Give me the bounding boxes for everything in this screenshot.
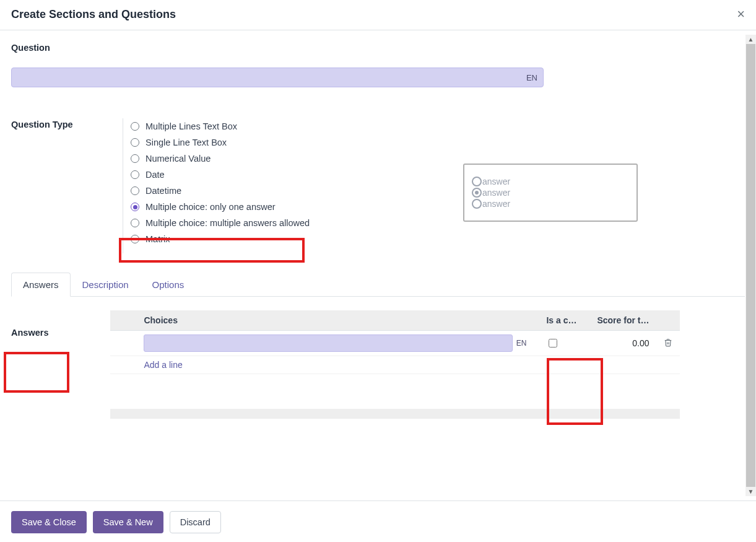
- correct-cell: [539, 331, 588, 356]
- scroll-up-icon[interactable]: ▲: [748, 35, 754, 44]
- question-type-label: Question Type: [11, 118, 79, 129]
- question-label: Question: [11, 43, 745, 53]
- preview-option: answer: [472, 177, 629, 186]
- radio-matrix[interactable]: Matrix: [131, 231, 310, 247]
- correct-header[interactable]: Is a cor…: [539, 310, 588, 331]
- table-row: EN 0.00: [110, 331, 680, 356]
- radio-label: Single Line Text Box: [146, 138, 227, 147]
- radio-multiple-choice-one[interactable]: Multiple choice: only one answer: [131, 199, 310, 215]
- question-type-options: Multiple Lines Text Box Single Line Text…: [123, 118, 310, 253]
- question-type-preview: answer answer answer: [463, 164, 638, 222]
- radio-label: Datetime: [146, 186, 181, 196]
- radio-label: Multiple choice: multiple answers allowe…: [146, 218, 310, 228]
- score-value: 0.00: [596, 338, 649, 348]
- add-line-label: Add a line: [136, 356, 680, 374]
- question-input-wrap: EN: [11, 68, 544, 87]
- radio-date[interactable]: Date: [131, 167, 310, 183]
- choices-header[interactable]: Choices: [136, 310, 539, 331]
- preview-text: answer: [482, 188, 510, 198]
- modal-header: Create Sections and Questions ×: [0, 0, 756, 30]
- radio-label: Numerical Value: [146, 154, 211, 164]
- tab-answers[interactable]: Answers: [11, 273, 71, 297]
- drag-col-header: [110, 310, 136, 331]
- radio-icon: [472, 177, 482, 186]
- score-cell[interactable]: 0.00: [588, 331, 656, 356]
- radio-icon: [131, 138, 139, 147]
- delete-cell: [656, 331, 680, 356]
- radio-multiple-choice-many[interactable]: Multiple choice: multiple answers allowe…: [131, 215, 310, 231]
- question-input[interactable]: [11, 68, 544, 87]
- scrollbar[interactable]: ▲ ▼: [745, 35, 756, 496]
- save-new-button[interactable]: Save & New: [93, 511, 163, 533]
- answers-table-wrap: Choices Is a cor… Score for t…: [110, 310, 745, 419]
- tab-description[interactable]: Description: [71, 273, 141, 297]
- modal-title: Create Sections and Questions: [11, 8, 176, 21]
- scroll-thumb[interactable]: [746, 44, 755, 487]
- discard-button[interactable]: Discard: [170, 511, 221, 533]
- answers-label: Answers: [11, 310, 48, 419]
- modal-dialog: Create Sections and Questions × Question…: [0, 0, 756, 542]
- preview-option: answer: [472, 188, 629, 198]
- tabs: Answers Description Options: [11, 272, 745, 297]
- radio-icon: [472, 188, 482, 198]
- tab-options[interactable]: Options: [141, 273, 196, 297]
- score-header[interactable]: Score for t…: [588, 310, 656, 331]
- table-header-row: Choices Is a cor… Score for t…: [110, 310, 680, 331]
- correct-checkbox[interactable]: [549, 339, 557, 347]
- preview-text: answer: [482, 177, 510, 186]
- radio-label: Multiple choice: only one answer: [146, 202, 276, 212]
- table-footer-bar: [110, 409, 680, 419]
- choice-input[interactable]: [144, 334, 513, 352]
- choice-cell: EN: [136, 331, 539, 356]
- radio-icon: [131, 186, 139, 195]
- close-icon[interactable]: ×: [737, 7, 745, 21]
- radio-icon: [131, 170, 139, 179]
- radio-datetime[interactable]: Datetime: [131, 183, 310, 199]
- modal-footer: Save & Close Save & New Discard: [0, 500, 756, 542]
- save-close-button[interactable]: Save & Close: [11, 511, 87, 533]
- trash-icon[interactable]: [664, 339, 672, 349]
- radio-icon: [472, 199, 482, 209]
- radio-icon: [131, 154, 139, 163]
- lang-badge[interactable]: EN: [516, 339, 527, 347]
- radio-icon: [131, 122, 139, 131]
- radio-icon: [131, 219, 139, 227]
- preview-text: answer: [482, 199, 510, 209]
- preview-option: answer: [472, 199, 629, 209]
- lang-badge[interactable]: EN: [526, 73, 537, 82]
- radio-single-line-text[interactable]: Single Line Text Box: [131, 134, 310, 151]
- add-line-row[interactable]: Add a line: [110, 356, 680, 374]
- radio-label: Multiple Lines Text Box: [146, 121, 237, 131]
- modal-body: Question EN Question Type Multiple Lines…: [0, 30, 756, 500]
- scroll-down-icon[interactable]: ▼: [748, 487, 754, 496]
- radio-icon: [131, 203, 139, 211]
- answers-table: Choices Is a cor… Score for t…: [110, 310, 680, 374]
- answers-section: Answers Choices Is a cor… Score for t…: [11, 297, 745, 419]
- radio-label: Matrix: [146, 234, 170, 244]
- delete-col-header: [656, 310, 680, 331]
- radio-icon: [131, 235, 139, 243]
- radio-numerical-value[interactable]: Numerical Value: [131, 151, 310, 167]
- radio-multiple-lines-text[interactable]: Multiple Lines Text Box: [131, 118, 310, 134]
- drag-handle[interactable]: [110, 331, 136, 356]
- radio-label: Date: [146, 170, 165, 180]
